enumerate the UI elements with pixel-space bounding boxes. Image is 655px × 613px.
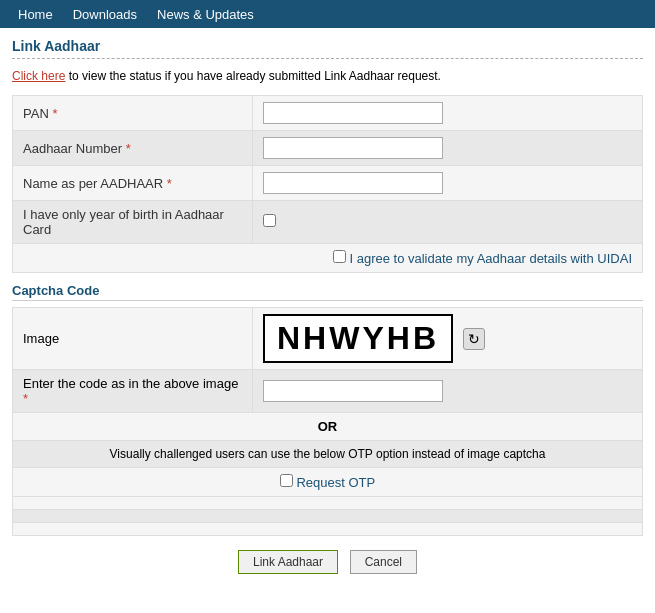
notice-link[interactable]: Click here [12,69,65,83]
section-title: Link Aadhaar [12,38,643,59]
empty-row-2 [13,510,643,523]
captcha-input[interactable] [263,380,443,402]
aadhaar-input-cell [253,131,643,166]
otp-checkbox[interactable] [280,474,293,487]
agree-label: I agree to validate my Aadhaar details w… [349,251,632,266]
agree-cell: I agree to validate my Aadhaar details w… [13,244,643,273]
otp-msg-text: Visually challenged users can use the be… [13,441,643,468]
captcha-section-title: Captcha Code [12,283,643,301]
page-content: Link Aadhaar Click here to view the stat… [0,28,655,594]
otp-msg-row: Visually challenged users can use the be… [13,441,643,468]
form-table: PAN * Aadhaar Number * Name as per AADHA… [12,95,643,273]
empty-row-3 [13,523,643,536]
aadhaar-input[interactable] [263,137,443,159]
captcha-enter-cell [253,370,643,413]
aadhaar-required: * [126,141,131,156]
nav-downloads[interactable]: Downloads [63,3,147,26]
captcha-enter-row: Enter the code as in the above image * [13,370,643,413]
cancel-button[interactable]: Cancel [350,550,417,574]
agree-row: I agree to validate my Aadhaar details w… [13,244,643,273]
captcha-image-label: Image [13,308,253,370]
name-row: Name as per AADHAAR * [13,166,643,201]
pan-input-cell [253,96,643,131]
name-required: * [167,176,172,191]
dob-label: I have only year of birth in Aadhaar Car… [13,201,253,244]
agree-checkbox[interactable] [333,250,346,263]
aadhaar-label: Aadhaar Number * [13,131,253,166]
nav-news[interactable]: News & Updates [147,3,264,26]
captcha-required: * [23,391,28,406]
button-row: Link Aadhaar Cancel [12,550,643,584]
name-input-cell [253,166,643,201]
dob-checkbox[interactable] [263,214,276,227]
dob-checkbox-cell [253,201,643,244]
name-label: Name as per AADHAAR * [13,166,253,201]
pan-required: * [52,106,57,121]
link-aadhaar-button[interactable]: Link Aadhaar [238,550,338,574]
notice-text: to view the status if you have already s… [65,69,441,83]
pan-input[interactable] [263,102,443,124]
refresh-icon[interactable]: ↻ [463,328,485,350]
otp-check-cell: Request OTP [13,468,643,497]
navbar: Home Downloads News & Updates [0,0,655,28]
notice: Click here to view the status if you hav… [12,69,643,83]
captcha-table: Image NHWYHB ↻ Enter the code as in the … [12,307,643,536]
captcha-image: NHWYHB [263,314,453,363]
empty-row-1 [13,497,643,510]
captcha-image-cell: NHWYHB ↻ [253,308,643,370]
aadhaar-row: Aadhaar Number * [13,131,643,166]
captcha-image-row: Image NHWYHB ↻ [13,308,643,370]
or-row: OR [13,413,643,441]
captcha-enter-label: Enter the code as in the above image * [13,370,253,413]
or-text: OR [13,413,643,441]
pan-row: PAN * [13,96,643,131]
pan-label: PAN * [13,96,253,131]
name-input[interactable] [263,172,443,194]
otp-check-row: Request OTP [13,468,643,497]
request-otp-link[interactable]: Request OTP [296,475,375,490]
nav-home[interactable]: Home [8,3,63,26]
dob-row: I have only year of birth in Aadhaar Car… [13,201,643,244]
